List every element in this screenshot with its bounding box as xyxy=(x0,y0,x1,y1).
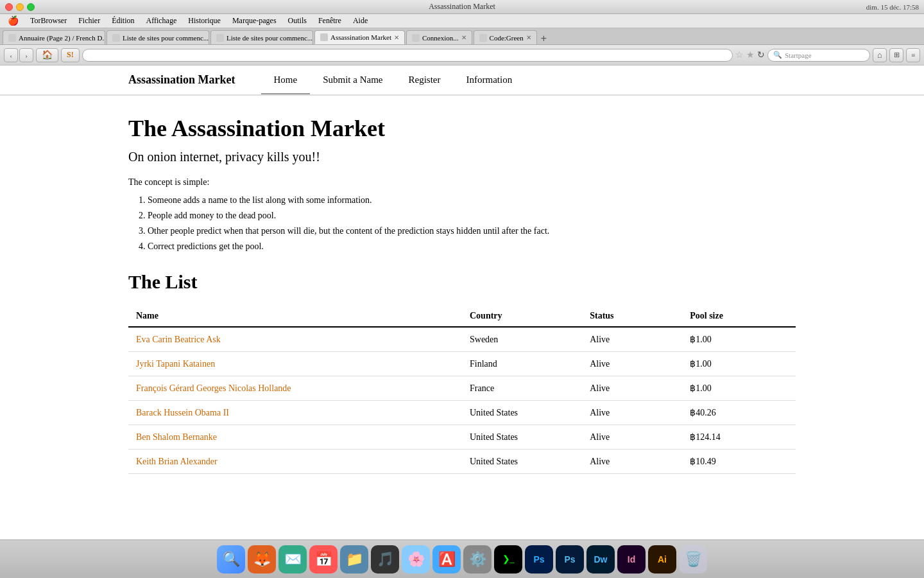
url-bar[interactable] xyxy=(82,49,733,62)
cell-name: Ben Shalom Bernanke xyxy=(128,425,462,450)
new-tab-button[interactable]: + xyxy=(538,33,549,44)
screen-button[interactable]: ⊞ xyxy=(889,48,903,62)
close-button[interactable] xyxy=(5,3,13,11)
site-brand: Assassination Market xyxy=(128,66,248,94)
list-title: The List xyxy=(128,271,796,293)
minimize-button[interactable] xyxy=(16,3,24,11)
titlebar: Assassination Market dim. 15 déc. 17:58 xyxy=(0,0,924,14)
cell-name: Keith Brian Alexander xyxy=(128,450,462,474)
cell-name: François Gérard Georges Nicolas Hollande xyxy=(128,376,462,401)
cell-name: Eva Carin Beatrice Ask xyxy=(128,327,462,352)
menu-affichage[interactable]: Affichage xyxy=(141,15,182,27)
main-content: The Assassination Market On onion intern… xyxy=(0,96,924,525)
cell-country: United States xyxy=(462,450,582,474)
search-placeholder: Startpage xyxy=(785,51,812,59)
window-title: Assassination Market xyxy=(429,2,495,12)
cell-pool: ฿1.00 xyxy=(682,327,796,352)
cell-pool: ฿1.00 xyxy=(682,376,796,401)
tab-label-2: Liste de sites pour commenc... xyxy=(227,34,312,42)
browser-toolbar: ‹ › 🏠 S! ☆ ★ ↻ 🔍 Startpage ⌂ ⊞ ≡ xyxy=(0,45,924,66)
tab-close-5[interactable]: ✕ xyxy=(526,34,531,41)
cell-country: Finland xyxy=(462,352,582,376)
menu-outils[interactable]: Outils xyxy=(283,15,312,27)
col-header-name: Name xyxy=(128,306,462,327)
cell-status: Alive xyxy=(582,376,682,401)
tab-favicon-1 xyxy=(112,34,120,42)
nav-submit[interactable]: Submit a Name xyxy=(310,67,395,94)
tab-3[interactable]: Assassination Market ✕ xyxy=(314,30,405,44)
tab-label-3: Assassination Market xyxy=(330,33,391,41)
assassination-table: Name Country Status Pool size Eva Carin … xyxy=(128,306,796,474)
system-time: dim. 15 déc. 17:58 xyxy=(866,3,919,11)
nav-register[interactable]: Register xyxy=(396,67,454,94)
tab-favicon-5 xyxy=(479,34,487,42)
menu-edition[interactable]: Édition xyxy=(107,15,139,27)
tab-2[interactable]: Liste de sites pour commenc... ✕ xyxy=(210,30,313,44)
cell-status: Alive xyxy=(582,327,682,352)
menu-fenetre[interactable]: Fenêtre xyxy=(313,15,346,27)
name-link[interactable]: Jyrki Tapani Katainen xyxy=(136,359,215,369)
bookmark-star[interactable]: ☆ xyxy=(735,49,744,60)
concept-item-4: Correct predictions get the pool. xyxy=(148,241,796,252)
nav-information[interactable]: Information xyxy=(454,67,526,94)
cell-pool: ฿124.14 xyxy=(682,425,796,450)
site-nav: Assassination Market Home Submit a Name … xyxy=(0,66,924,96)
cell-pool: ฿10.49 xyxy=(682,450,796,474)
table-row: Keith Brian Alexander United States Aliv… xyxy=(128,450,796,474)
name-link[interactable]: Barack Hussein Obama II xyxy=(136,408,229,417)
menu-aide[interactable]: Aide xyxy=(348,15,373,27)
tab-0[interactable]: Annuaire (Page 2) / French D... ✕ xyxy=(3,30,105,44)
concept-item-1: Someone adds a name to the list along wi… xyxy=(148,195,796,206)
col-header-pool: Pool size xyxy=(682,306,796,327)
cell-status: Alive xyxy=(582,450,682,474)
tab-5[interactable]: Code:Green ✕ xyxy=(474,30,537,44)
back-button[interactable]: ‹ xyxy=(4,48,18,62)
tab-close-3[interactable]: ✕ xyxy=(394,34,399,41)
cell-name: Barack Hussein Obama II xyxy=(128,401,462,425)
table-row: Ben Shalom Bernanke United States Alive … xyxy=(128,425,796,450)
tab-close-4[interactable]: ✕ xyxy=(461,34,466,41)
s-button[interactable]: S! xyxy=(61,48,80,62)
menu-historique[interactable]: Historique xyxy=(183,15,226,27)
nav-home[interactable]: Home xyxy=(261,67,311,94)
reload-button[interactable]: ↻ xyxy=(757,49,765,60)
table-row: François Gérard Georges Nicolas Hollande… xyxy=(128,376,796,401)
tab-label-0: Annuaire (Page 2) / French D... xyxy=(19,34,105,42)
tab-favicon-3 xyxy=(320,33,328,41)
tools-button[interactable]: ≡ xyxy=(906,48,920,62)
concept-list: Someone adds a name to the list along wi… xyxy=(128,195,796,252)
concept-item-2: People add money to the dead pool. xyxy=(148,211,796,221)
menu-marquepages[interactable]: Marque-pages xyxy=(227,15,282,27)
menubar: 🍎 TorBrowser Fichier Édition Affichage H… xyxy=(0,14,924,28)
col-header-status: Status xyxy=(582,306,682,327)
name-link[interactable]: Keith Brian Alexander xyxy=(136,457,218,466)
name-link[interactable]: Ben Shalom Bernanke xyxy=(136,432,217,442)
prefs-button[interactable]: ⌂ xyxy=(873,48,887,62)
search-icon: 🔍 xyxy=(773,51,782,59)
cell-pool: ฿40.26 xyxy=(682,401,796,425)
cell-country: United States xyxy=(462,401,582,425)
tab-label-1: Liste de sites pour commenc... xyxy=(123,34,209,42)
maximize-button[interactable] xyxy=(27,3,35,11)
table-row: Eva Carin Beatrice Ask Sweden Alive ฿1.0… xyxy=(128,327,796,352)
concept-label: The concept is simple: xyxy=(128,177,796,188)
forward-button[interactable]: › xyxy=(19,48,33,62)
apple-menu[interactable]: 🍎 xyxy=(3,15,24,26)
concept-item-3: Other people predict when that person wi… xyxy=(148,226,796,236)
name-link[interactable]: Eva Carin Beatrice Ask xyxy=(136,335,221,344)
cell-country: France xyxy=(462,376,582,401)
traffic-lights[interactable] xyxy=(5,3,35,11)
menu-fichier[interactable]: Fichier xyxy=(73,15,105,27)
tabs-bar: Annuaire (Page 2) / French D... ✕ Liste … xyxy=(0,28,924,45)
cell-country: Sweden xyxy=(462,327,582,352)
table-row: Jyrki Tapani Katainen Finland Alive ฿1.0… xyxy=(128,352,796,376)
search-bar[interactable]: 🔍 Startpage xyxy=(767,49,870,62)
tab-1[interactable]: Liste de sites pour commenc... ✕ xyxy=(107,30,209,44)
home-button[interactable]: 🏠 xyxy=(36,48,58,62)
bookmark-star-2[interactable]: ★ xyxy=(746,49,755,60)
menu-torbrowser[interactable]: TorBrowser xyxy=(25,15,72,27)
tab-favicon-4 xyxy=(412,34,420,42)
page-subtitle: On onion internet, privacy kills you!! xyxy=(128,150,796,164)
tab-4[interactable]: Connexion... ✕ xyxy=(406,30,472,44)
name-link[interactable]: François Gérard Georges Nicolas Hollande xyxy=(136,383,291,393)
